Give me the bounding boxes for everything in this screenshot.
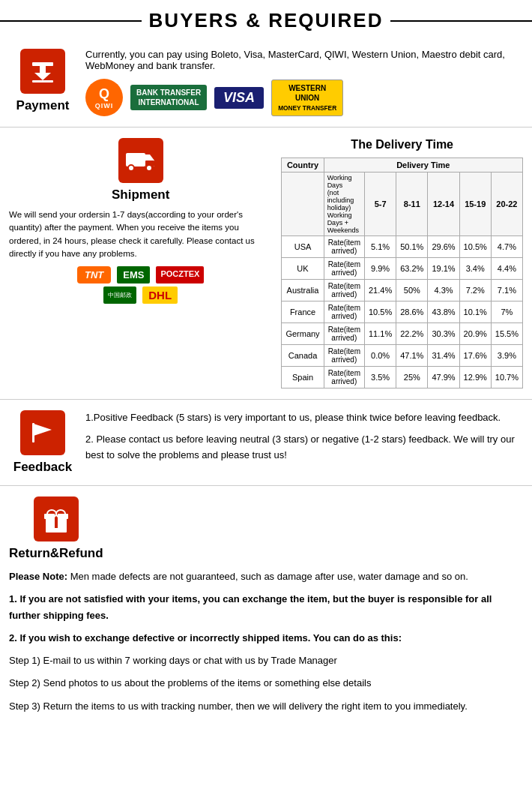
feedback-content: 1.Positive Feedback (5 stars) is very im… [85,410,523,475]
cell-value-0: 21.4% [364,280,396,302]
carrier-logos-2: 中国邮政 DHL [103,286,178,304]
return-point2-text: 2. If you wish to exchange defective or … [9,632,402,644]
col-working-days: Working Days(not including holiday)Worki… [324,172,364,236]
header-line-left [0,20,142,22]
feedback-label: Feedback [13,460,72,475]
svg-rect-4 [126,153,145,166]
cell-value-3: 10.1% [459,302,491,323]
table-row: USA Rate(item arrived) 5.1%50.1%29.6%10.… [282,236,523,258]
dhl-logo: DHL [142,286,178,304]
return-steps: Step 1) E-mail to us within 7 working da… [9,652,523,714]
feedback-svg-icon [28,419,58,446]
payment-description: Currently, you can pay using Boleto, Vis… [85,49,523,71]
cell-value-2: 47.9% [428,367,459,388]
table-row: Australia Rate(item arrived) 21.4%50%4.3… [282,280,523,302]
cell-value-3: 17.6% [459,345,491,367]
cell-country: France [282,302,324,323]
feedback-point1: 1.Positive Feedback (5 stars) is very im… [85,410,523,426]
feedback-point2: 2. Please contact us before leaving neut… [85,432,523,464]
shipment-right: The Delivery Time Country Delivery Time … [281,138,523,388]
cell-value-4: 3.9% [491,345,522,367]
delivery-table: Country Delivery Time Working Days(not i… [281,158,523,388]
western-union-logo: WESTERNUNIONMONEY TRANSFER [271,80,343,116]
return-point1: 1. If you are not satisfied with your it… [9,591,523,624]
ems-logo: EMS [117,266,150,284]
shipment-label: Shipment [112,188,169,202]
svg-marker-9 [34,424,52,436]
carrier-logos: TNT EMS POCZTEX [77,266,204,284]
cell-value-1: 50% [396,280,428,302]
col-range-3: 12-14 [428,172,459,236]
cell-value-3: 12.9% [459,367,491,388]
return-note-text: Men made defects are not guaranteed, suc… [67,571,468,582]
chinapost-logo: 中国邮政 [103,286,136,304]
col-empty [282,172,324,236]
cell-label: Rate(item arrived) [324,302,364,323]
shipment-icon [118,138,163,183]
payment-icon-col: Payment [9,49,76,116]
payment-svg-icon [29,58,56,85]
shipment-icon-col: Shipment We will send your ordersin 1-7 … [9,138,272,388]
page-title: BUYERS & REQUIRED [149,9,384,32]
col-range-2: 8-11 [396,172,428,236]
cell-value-0: 11.1% [364,323,396,345]
cell-label: Rate(item arrived) [324,236,364,258]
pocztex-logo: POCZTEX [156,266,204,284]
cell-value-4: 10.7% [491,367,522,388]
visa-logo: VISA [214,87,264,109]
cell-value-1: 63.2% [396,258,428,280]
header-line-right [390,20,532,22]
cell-country: Germany [282,323,324,345]
cell-value-2: 19.1% [428,258,459,280]
cell-country: USA [282,236,324,258]
shipment-top: Shipment We will send your ordersin 1-7 … [9,138,523,388]
svg-point-7 [128,165,134,171]
return-step-2: Step 2) Send photos to us about the prob… [9,675,523,692]
page-header: BUYERS & REQUIRED [0,0,532,38]
feedback-icon-col: Feedback [9,410,76,475]
col-delivery-time: Delivery Time [324,158,522,172]
cell-country: Canada [282,345,324,367]
cell-label: Rate(item arrived) [324,367,364,388]
tnt-logo: TNT [77,266,111,284]
cell-value-2: 31.4% [428,345,459,367]
table-subheader-row: Working Days(not including holiday)Worki… [282,172,523,236]
svg-point-8 [146,165,152,171]
cell-label: Rate(item arrived) [324,323,364,345]
feedback-icon [20,410,65,455]
cell-country: UK [282,258,324,280]
payment-label: Payment [16,98,70,113]
cell-label: Rate(item arrived) [324,258,364,280]
return-point2: 2. If you wish to exchange defective or … [9,630,523,646]
cell-value-1: 50.1% [396,236,428,258]
cell-country: Australia [282,280,324,302]
cell-value-2: 4.3% [428,280,459,302]
return-label: Return&Refund [9,546,103,561]
return-icon-col: Return&Refund [9,496,103,561]
svg-rect-10 [32,423,34,442]
cell-value-1: 25% [396,367,428,388]
cell-label: Rate(item arrived) [324,280,364,302]
shipment-section: Shipment We will send your ordersin 1-7 … [0,128,532,400]
return-top: Return&Refund [9,496,523,561]
shipment-svg-icon [124,147,157,174]
return-point1-text: 1. If you are not satisfied with your it… [9,593,492,621]
return-note-bold: Please Note: [9,571,67,582]
return-step-1: Step 1) E-mail to us within 7 working da… [9,652,523,669]
table-row: Spain Rate(item arrived) 3.5%25%47.9%12.… [282,367,523,388]
cell-value-4: 7.1% [491,280,522,302]
shipment-body-text: We will send your ordersin 1-7 days(acco… [9,208,272,260]
cell-country: Spain [282,367,324,388]
table-row: UK Rate(item arrived) 9.9%63.2%19.1%3.4%… [282,258,523,280]
bank-transfer-logo: BANK TRANSFERINTERNATIONAL [130,85,207,110]
cell-value-0: 10.5% [364,302,396,323]
table-row: France Rate(item arrived) 10.5%28.6%43.8… [282,302,523,323]
payment-section: Payment Currently, you can pay using Bol… [0,38,532,128]
return-note: Please Note: Men made defects are not gu… [9,568,523,585]
cell-value-0: 9.9% [364,258,396,280]
cell-value-4: 7% [491,302,522,323]
return-step-3: Step 3) Return the items to us with trac… [9,698,523,715]
cell-label: Rate(item arrived) [324,345,364,367]
qiwi-logo: Q QIWI [85,79,123,116]
svg-marker-2 [34,73,51,80]
